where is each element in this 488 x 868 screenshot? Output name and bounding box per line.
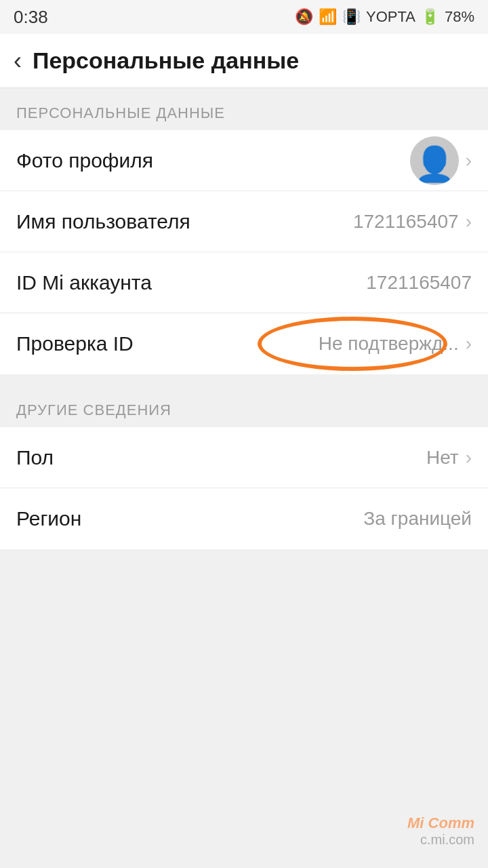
personal-section-header: ПЕРСОНАЛЬНЫЕ ДАННЫЕ <box>0 88 488 130</box>
id-verification-item[interactable]: Проверка ID Не подтвержд... › <box>0 313 488 374</box>
watermark-line2: c.mi.com <box>407 832 474 848</box>
gender-item[interactable]: Пол Нет › <box>0 427 488 488</box>
mi-id-label: ID Mi аккаунта <box>16 271 152 294</box>
chevron-right-icon: › <box>466 150 472 172</box>
mi-id-right: 1721165407 <box>366 272 472 294</box>
mi-id-value: 1721165407 <box>366 272 472 294</box>
chevron-right-icon: › <box>466 447 472 469</box>
nav-bar: ‹ Персональные данные <box>0 34 488 88</box>
chevron-right-icon: › <box>466 333 472 355</box>
page-title: Персональные данные <box>33 47 299 74</box>
region-item[interactable]: Регион За границей <box>0 488 488 549</box>
carrier-label: YOPTA <box>366 8 415 26</box>
bottom-fill <box>0 549 488 685</box>
back-button[interactable]: ‹ <box>14 49 22 73</box>
battery-level: 78% <box>445 8 474 26</box>
id-verification-value: Не подтвержд... <box>319 333 459 355</box>
battery-icon: 🔋 <box>421 8 439 26</box>
avatar-icon: 👤 <box>413 147 455 181</box>
id-verification-label: Проверка ID <box>16 332 134 355</box>
gender-label: Пол <box>16 446 54 469</box>
signal-icon: 📳 <box>342 8 361 26</box>
gender-value: Нет <box>426 447 459 469</box>
mute-icon: 🔕 <box>295 8 313 26</box>
group-divider <box>0 374 488 385</box>
username-value: 1721165407 <box>353 211 459 233</box>
username-item[interactable]: Имя пользователя 1721165407 › <box>0 191 488 252</box>
region-label: Регион <box>16 507 81 530</box>
other-settings-group: Пол Нет › Регион За границей <box>0 427 488 549</box>
username-label: Имя пользователя <box>16 210 190 233</box>
region-value: За границей <box>363 508 472 530</box>
region-right: За границей <box>363 508 472 530</box>
personal-settings-group: Фото профиля 👤 › Имя пользователя 172116… <box>0 130 488 374</box>
username-right: 1721165407 › <box>353 211 472 233</box>
wifi-icon: 📶 <box>319 8 337 26</box>
watermark: Mi Comm c.mi.com <box>407 814 474 848</box>
status-time: 0:38 <box>14 7 48 28</box>
chevron-right-icon: › <box>466 211 472 233</box>
status-bar: 0:38 🔕 📶 📳 YOPTA 🔋 78% <box>0 0 488 34</box>
other-section-header: ДРУГИЕ СВЕДЕНИЯ <box>0 385 488 427</box>
profile-photo-label: Фото профиля <box>16 149 153 172</box>
status-icons: 🔕 📶 📳 YOPTA 🔋 78% <box>295 8 474 26</box>
id-verification-right: Не подтвержд... › <box>319 333 472 355</box>
mi-id-item: ID Mi аккаунта 1721165407 <box>0 252 488 313</box>
profile-photo-item[interactable]: Фото профиля 👤 › <box>0 130 488 191</box>
avatar: 👤 <box>410 136 459 185</box>
watermark-line1: Mi Comm <box>407 814 474 832</box>
gender-right: Нет › <box>426 447 472 469</box>
profile-photo-right: 👤 › <box>410 136 472 185</box>
